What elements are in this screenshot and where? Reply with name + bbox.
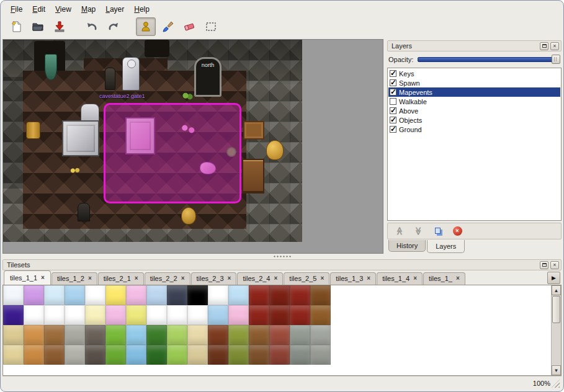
tileset-tab[interactable]: tiles_2_3× bbox=[191, 272, 237, 285]
tileset-tile[interactable] bbox=[24, 305, 44, 325]
redo-button[interactable] bbox=[104, 17, 123, 36]
tileset-tile[interactable] bbox=[187, 325, 208, 345]
menu-edit[interactable]: Edit bbox=[28, 4, 50, 15]
close-icon[interactable]: × bbox=[367, 275, 370, 282]
tileset-tile[interactable] bbox=[249, 305, 269, 325]
tileset-tile[interactable] bbox=[85, 305, 105, 325]
tileset-tile[interactable] bbox=[228, 305, 249, 325]
tileset-tile[interactable] bbox=[167, 285, 187, 305]
tileset-tile[interactable] bbox=[3, 285, 24, 305]
opacity-slider-handle[interactable] bbox=[552, 55, 560, 64]
map-canvas[interactable]: north cavestatue2 gate1 bbox=[2, 39, 383, 254]
open-map-button[interactable] bbox=[28, 17, 48, 36]
close-icon[interactable]: × bbox=[456, 275, 460, 282]
tileset-tile[interactable] bbox=[187, 305, 208, 325]
tileset-tile[interactable] bbox=[249, 285, 269, 305]
layer-visibility-checkbox[interactable] bbox=[390, 107, 396, 114]
tileset-tile[interactable] bbox=[290, 305, 310, 325]
tileset-tile[interactable] bbox=[126, 325, 146, 345]
tileset-tile[interactable] bbox=[65, 285, 85, 305]
new-map-button[interactable] bbox=[6, 17, 26, 36]
tileset-tile[interactable] bbox=[167, 325, 187, 345]
dock-close-button[interactable]: × bbox=[550, 42, 559, 50]
tileset-tile[interactable] bbox=[44, 285, 65, 305]
tileset-scrollbar[interactable]: ▲ ▼ bbox=[551, 285, 561, 375]
delete-layer-button[interactable]: × bbox=[452, 226, 463, 236]
tileset-tile[interactable] bbox=[269, 325, 290, 345]
lower-layer-button[interactable]: ≫ bbox=[413, 226, 424, 236]
tileset-tile[interactable] bbox=[44, 325, 65, 345]
tileset-tab[interactable]: tiles_2_5× bbox=[284, 272, 329, 285]
raise-layer-button[interactable]: ≫ bbox=[394, 226, 405, 236]
tab-scroll-right-button[interactable]: ▶ bbox=[547, 272, 560, 284]
tileset-tile[interactable] bbox=[269, 345, 290, 365]
layer-visibility-checkbox[interactable] bbox=[390, 79, 396, 86]
layer-row-walkable[interactable]: Walkable bbox=[388, 97, 560, 106]
tileset-tile[interactable] bbox=[85, 345, 105, 365]
opacity-slider[interactable] bbox=[418, 55, 560, 64]
close-icon[interactable]: × bbox=[135, 275, 138, 282]
tileset-tile[interactable] bbox=[146, 345, 167, 365]
tileset-tile[interactable] bbox=[85, 325, 105, 345]
tileset-tile[interactable] bbox=[85, 285, 105, 305]
tileset-tile[interactable] bbox=[126, 345, 146, 365]
tileset-tile[interactable] bbox=[269, 285, 290, 305]
layer-row-keys[interactable]: Keys bbox=[388, 69, 560, 78]
layer-visibility-checkbox[interactable] bbox=[390, 117, 396, 123]
tileset-tile[interactable] bbox=[105, 285, 126, 305]
tileset-tile[interactable] bbox=[208, 345, 228, 365]
scroll-down-button[interactable]: ▼ bbox=[552, 365, 561, 375]
layer-row-ground[interactable]: Ground bbox=[388, 125, 560, 134]
layer-visibility-checkbox[interactable] bbox=[390, 70, 396, 77]
tileset-tile[interactable] bbox=[44, 305, 65, 325]
close-icon[interactable]: × bbox=[228, 275, 231, 282]
scroll-up-button[interactable]: ▲ bbox=[552, 285, 561, 295]
tileset-tile[interactable] bbox=[24, 325, 44, 345]
tileset-tile[interactable] bbox=[310, 305, 331, 325]
resize-grip[interactable] bbox=[552, 380, 560, 388]
tileset-tile[interactable] bbox=[249, 345, 269, 365]
tileset-tile[interactable] bbox=[249, 325, 269, 345]
dock-restore-button[interactable] bbox=[540, 42, 548, 50]
fill-tool-button[interactable] bbox=[158, 17, 177, 36]
tileset-tile[interactable] bbox=[310, 285, 331, 305]
tileset-tile[interactable] bbox=[3, 325, 24, 345]
tileset-tile[interactable] bbox=[187, 345, 208, 365]
tileset-tile[interactable] bbox=[105, 325, 126, 345]
tileset-tile[interactable] bbox=[3, 305, 24, 325]
close-icon[interactable]: × bbox=[41, 275, 45, 281]
layer-visibility-checkbox[interactable] bbox=[390, 126, 396, 133]
layer-row-objects[interactable]: Objects bbox=[388, 115, 560, 125]
tileset-tile[interactable] bbox=[310, 345, 331, 365]
tileset-tile[interactable] bbox=[310, 325, 331, 345]
tileset-tile[interactable] bbox=[167, 345, 187, 365]
tileset-tile[interactable] bbox=[208, 305, 228, 325]
tileset-tab[interactable]: tiles_2_4× bbox=[237, 272, 283, 285]
layer-visibility-checkbox[interactable] bbox=[390, 89, 396, 96]
tab-history[interactable]: History bbox=[388, 240, 426, 252]
tileset-tile[interactable] bbox=[290, 285, 310, 305]
tileset-tile[interactable] bbox=[208, 285, 228, 305]
select-tool-button[interactable] bbox=[201, 17, 221, 36]
menu-view[interactable]: View bbox=[51, 4, 76, 15]
tileset-tile[interactable] bbox=[146, 325, 167, 345]
tileset-tile[interactable] bbox=[24, 345, 44, 365]
tileset-tab[interactable]: tiles_1_2× bbox=[51, 272, 97, 285]
eraser-tool-button[interactable] bbox=[179, 17, 199, 36]
tileset-tile[interactable] bbox=[24, 285, 44, 305]
close-icon[interactable]: × bbox=[181, 275, 185, 282]
tileset-tile[interactable] bbox=[65, 345, 85, 365]
map-selection-rectangle[interactable] bbox=[104, 103, 241, 203]
duplicate-layer-button[interactable] bbox=[432, 226, 444, 236]
tileset-tile[interactable] bbox=[228, 345, 249, 365]
scrollbar-track[interactable] bbox=[552, 324, 561, 365]
scrollbar-thumb[interactable] bbox=[552, 296, 560, 323]
tileset-tile[interactable] bbox=[44, 345, 65, 365]
close-icon[interactable]: × bbox=[320, 275, 324, 282]
dock-close-button[interactable]: × bbox=[550, 261, 559, 269]
save-map-button[interactable] bbox=[50, 17, 69, 36]
tileset-tab[interactable]: tiles_2_1× bbox=[98, 272, 144, 285]
menu-map[interactable]: Map bbox=[77, 4, 100, 15]
tileset-tile[interactable] bbox=[167, 305, 187, 325]
tileset-grid[interactable] bbox=[3, 285, 331, 375]
